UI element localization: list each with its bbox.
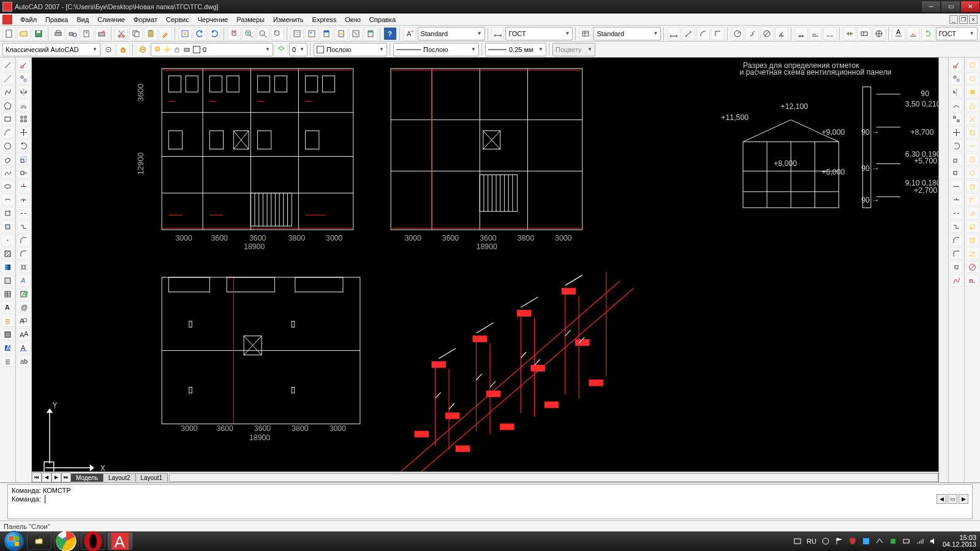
tab-model[interactable]: Модель <box>70 473 104 482</box>
snap-per-button[interactable] <box>966 193 979 206</box>
table-button[interactable] <box>1 288 15 300</box>
tray-network-icon[interactable] <box>821 537 830 545</box>
snap-int-button[interactable] <box>966 113 979 125</box>
dimstyle-select-1[interactable]: ГОСТ▼ <box>505 27 573 40</box>
r-trim-button[interactable] <box>950 180 963 192</box>
tray-shield-icon[interactable] <box>848 537 857 545</box>
tab-next-button[interactable]: ▶ <box>51 473 61 482</box>
copy-obj-button[interactable] <box>17 72 31 84</box>
tray-wifi-icon[interactable] <box>916 537 924 545</box>
lineweight-select[interactable]: 0.25 мм▼ <box>485 43 546 56</box>
minimize-button[interactable]: ─ <box>921 1 941 13</box>
r-copy-button[interactable] <box>950 72 963 84</box>
toolpalette-button[interactable] <box>320 27 333 40</box>
menu-edit[interactable]: Правка <box>41 15 72 24</box>
r-array-button[interactable] <box>950 113 963 125</box>
dimupdate-button[interactable] <box>921 27 935 40</box>
taskbar-chrome[interactable] <box>54 533 78 550</box>
redo-button[interactable] <box>208 27 221 40</box>
r-extend-button[interactable] <box>950 193 963 206</box>
menu-help[interactable]: Справка <box>365 15 400 24</box>
tray-lang[interactable]: RU <box>807 538 816 545</box>
calc-button[interactable] <box>364 27 377 40</box>
snap-nod-button[interactable] <box>966 234 979 246</box>
ellipse-arc-button[interactable] <box>1 193 15 206</box>
sheetset-button[interactable] <box>334 27 348 40</box>
cut-button[interactable] <box>115 27 128 40</box>
tray-battery-icon[interactable] <box>902 537 911 545</box>
xref-button[interactable]: A! <box>17 288 31 300</box>
workspace-select[interactable]: Классический AutoCAD▼ <box>2 43 100 56</box>
r-erase-button[interactable] <box>950 59 963 71</box>
snap-qua-button[interactable] <box>966 167 979 179</box>
text-a-button[interactable]: A <box>17 274 31 287</box>
erase-button[interactable] <box>17 59 31 71</box>
hatch-button[interactable] <box>1 247 15 260</box>
helix-button[interactable]: A <box>1 342 15 354</box>
menu-merge[interactable]: Слияние <box>93 15 129 24</box>
rectangle-button[interactable] <box>1 113 15 125</box>
gradient-button[interactable] <box>1 261 15 273</box>
r-fillet-button[interactable] <box>950 247 963 260</box>
markup-button[interactable] <box>349 27 363 40</box>
zoom-realtime-button[interactable] <box>242 27 255 40</box>
zoom-previous-button[interactable] <box>271 27 284 40</box>
menu-dims[interactable]: Размеры <box>232 15 269 24</box>
paste-button[interactable] <box>144 27 157 40</box>
snap-appint-button[interactable] <box>966 126 979 138</box>
mtext-button[interactable]: A <box>1 301 15 313</box>
dim-continue-button[interactable] <box>823 27 837 40</box>
r-offset-button[interactable] <box>950 99 963 111</box>
xline-button[interactable] <box>1 72 15 84</box>
tray-volume-icon[interactable] <box>929 537 938 545</box>
snap-mid-button[interactable] <box>966 99 979 111</box>
dim-quick-button[interactable] <box>794 27 808 40</box>
tray-app3-icon[interactable] <box>889 537 897 545</box>
drawing-canvas[interactable]: X Y <box>32 58 948 482</box>
snap-tan-button[interactable] <box>966 180 979 192</box>
dim-aligned-button[interactable] <box>682 27 695 40</box>
layers-manager-button[interactable] <box>136 43 149 56</box>
menu-file[interactable]: Файл <box>16 15 41 24</box>
open-button[interactable] <box>17 27 31 40</box>
snap-ext-button[interactable] <box>966 140 979 152</box>
circle-button[interactable] <box>1 140 15 152</box>
scale-button[interactable] <box>17 153 31 165</box>
tray-app2-icon[interactable] <box>875 537 884 545</box>
dim-angular-button[interactable] <box>775 27 788 40</box>
dimstyle-current-select[interactable]: ГОСТ▼ <box>936 27 978 40</box>
menu-modify[interactable]: Изменить <box>269 15 308 24</box>
taskbar-explorer[interactable] <box>27 533 51 550</box>
tab-layout2[interactable]: Layout2 <box>103 473 136 482</box>
properties-button[interactable] <box>290 27 304 40</box>
snap-settings-button[interactable]: n. <box>966 274 979 287</box>
justify-button[interactable]: A <box>17 342 31 354</box>
designcenter-button[interactable] <box>305 27 318 40</box>
plot-button[interactable] <box>95 27 108 40</box>
snap-par-button[interactable] <box>966 207 979 219</box>
matchprop-button[interactable] <box>159 27 172 40</box>
copy-button[interactable] <box>129 27 143 40</box>
r-explode-button[interactable] <box>950 261 963 273</box>
cmd-scroll-left[interactable]: ◀ <box>937 494 946 504</box>
stretch-button[interactable] <box>17 167 31 179</box>
rotate-button[interactable] <box>17 140 31 152</box>
dim-arc-button[interactable] <box>696 27 710 40</box>
extend-button[interactable] <box>17 193 31 206</box>
snap-ins-button[interactable] <box>966 220 979 233</box>
dimedit-button[interactable]: A <box>892 27 905 40</box>
line-button[interactable] <box>1 59 15 71</box>
r-rotate-button[interactable] <box>950 140 963 152</box>
spell-button[interactable]: ab <box>17 355 31 367</box>
fillet-button[interactable] <box>17 247 31 260</box>
field-button[interactable]: @ <box>17 301 31 313</box>
taskbar-opera[interactable] <box>81 533 105 550</box>
tray-date[interactable]: 04.12.2013 <box>943 541 976 548</box>
r-mirror-button[interactable] <box>950 86 963 98</box>
cmd-scroll-right[interactable]: ▶ <box>959 494 968 504</box>
move-button[interactable] <box>17 126 31 138</box>
offset-button[interactable] <box>17 99 31 111</box>
snap-nea-button[interactable] <box>966 247 979 260</box>
tab-first-button[interactable]: ⏮ <box>32 473 42 482</box>
tolerance-button[interactable] <box>858 27 871 40</box>
